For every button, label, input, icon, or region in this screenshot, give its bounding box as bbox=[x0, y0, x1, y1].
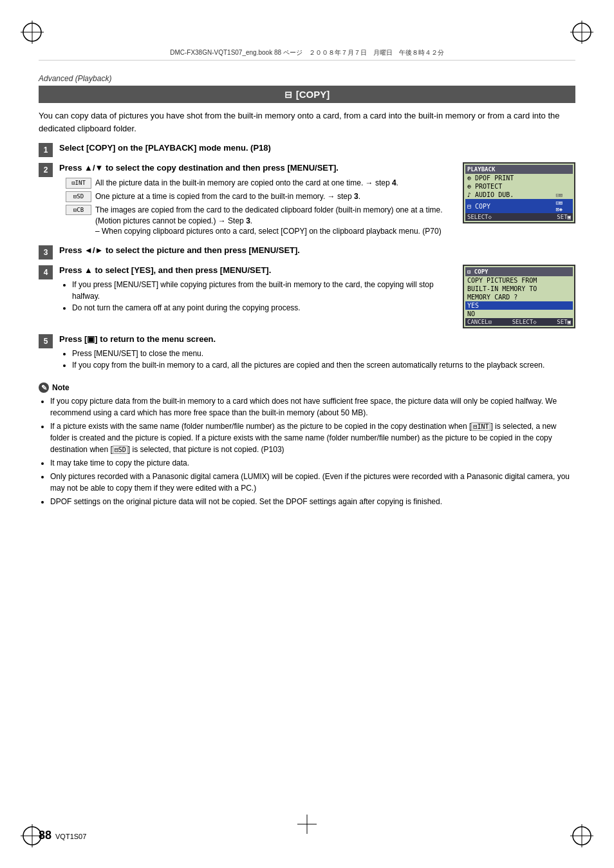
step-5-content: Press [▣] to return to the menu screen. … bbox=[59, 334, 575, 373]
sub-item-2: ⊟SD One picture at a time is copied from… bbox=[66, 191, 456, 202]
lcd-set: SET▣ bbox=[557, 214, 571, 220]
page-version: VQT1S07 bbox=[55, 833, 86, 840]
lcd-header-playback: PLAYBACK bbox=[465, 165, 573, 174]
lcd-cell-3r: ⊟⊠ bbox=[554, 191, 573, 199]
step-5-bullet-2: If you copy from the built-in memory to … bbox=[72, 359, 575, 371]
corner-mark-tl bbox=[19, 19, 45, 45]
lcd-bottom-playback: SELECT◇ SET▣ bbox=[465, 213, 573, 221]
page: DMC-FX38GN-VQT1S07_eng.book 88 ページ ２００８年… bbox=[0, 0, 614, 868]
lcd-copy-cancel: CANCEL⊟ bbox=[467, 319, 492, 325]
file-info-line: DMC-FX38GN-VQT1S07_eng.book 88 ページ ２００８年… bbox=[39, 48, 575, 61]
sub-item-1-text: All the picture data in the built-in mem… bbox=[95, 178, 398, 189]
step-4: 4 Press ▲ to select [YES], and then pres… bbox=[39, 265, 575, 328]
lcd-copy-no: NO bbox=[465, 310, 573, 318]
step-2-number: 2 bbox=[39, 163, 53, 177]
step-1: 1 Select [COPY] on the [PLAYBACK] mode m… bbox=[39, 142, 575, 157]
lcd-table: ⊕ DPOF PRINT ⊕ PROTECT ♪ AUDIO DUB. ⊟⊠ bbox=[465, 174, 573, 213]
title-icon: ⊟ bbox=[284, 90, 292, 100]
lcd-copy-header: ⊟ COPY bbox=[465, 267, 573, 276]
step-3-content: Press ◄/► to select the picture and then… bbox=[59, 245, 575, 256]
sub-item-3-text: The images are copied from the card to t… bbox=[95, 205, 456, 237]
section-title-bar: ⊟ [COPY] bbox=[39, 86, 575, 103]
corner-mark-tr bbox=[569, 19, 595, 45]
lcd-cell-dpof: ⊕ DPOF PRINT bbox=[465, 174, 554, 182]
note-item-5: DPOF settings on the original picture da… bbox=[50, 496, 575, 507]
note-items: If you copy picture data from the built-… bbox=[50, 395, 575, 507]
step-3: 3 Press ◄/► to select the picture and th… bbox=[39, 245, 575, 259]
lcd-row-1: ⊕ DPOF PRINT bbox=[465, 174, 573, 182]
step-4-lcd: ⊟ COPY COPY PICTURES FROM BUILT-IN MEMOR… bbox=[463, 265, 575, 328]
lcd-cell-audio: ♪ AUDIO DUB. bbox=[465, 191, 554, 199]
note-icon: ✎ bbox=[39, 382, 49, 393]
lcd-cell-2r bbox=[554, 182, 573, 191]
page-number: 88 bbox=[39, 829, 51, 842]
lcd-copy-cell-1: COPY PICTURES FROM bbox=[465, 276, 573, 285]
lcd-copy-yes-row: YES bbox=[465, 301, 573, 310]
lcd-row-2: ⊕ PROTECT bbox=[465, 182, 573, 191]
step-4-number: 4 bbox=[39, 265, 53, 279]
note-item-1: If you copy picture data from the built-… bbox=[50, 395, 575, 419]
lcd-copy-select: SELECT◇ bbox=[512, 319, 537, 325]
step-5: 5 Press [▣] to return to the menu screen… bbox=[39, 334, 575, 373]
section-label: Advanced (Playback) bbox=[39, 74, 575, 83]
lcd-copy-no-row: NO bbox=[465, 310, 573, 318]
step-4-bullet-2: Do not turn the camera off at any point … bbox=[72, 302, 456, 314]
lcd-cell-copy: ⊟ COPY bbox=[465, 199, 554, 213]
lcd-playback: PLAYBACK ⊕ DPOF PRINT ⊕ PROTECT ♪ AUDIO … bbox=[463, 162, 575, 223]
sub-icon-cb: ⊟CB bbox=[66, 205, 91, 216]
step-2: 2 Press ▲/▼ to select the copy destinati… bbox=[39, 162, 575, 240]
lcd-row-4-selected: ⊟ COPY ⊟⊠⊠◈ bbox=[465, 199, 573, 213]
step-4-bullets: If you press [MENU/SET] while copying pi… bbox=[72, 279, 456, 314]
note-item-3: It may take time to copy the picture dat… bbox=[50, 457, 575, 469]
lcd-cell-4r: ⊟⊠⊠◈ bbox=[554, 199, 573, 213]
step-5-title: Press [▣] to return to the menu screen. bbox=[59, 334, 575, 345]
lcd-copy-cell-2: BUILT-IN MEMORY TO bbox=[465, 285, 573, 293]
lcd-copy: ⊟ COPY COPY PICTURES FROM BUILT-IN MEMOR… bbox=[463, 265, 575, 328]
sub-item-3: ⊟CB The images are copied from the card … bbox=[66, 205, 456, 237]
lcd-cell-1r bbox=[554, 174, 573, 182]
step-5-bullet-1: Press [MENU/SET] to close the menu. bbox=[72, 348, 575, 359]
lcd-copy-yes: YES bbox=[465, 301, 573, 310]
lcd-cell-protect: ⊕ PROTECT bbox=[465, 182, 554, 191]
lcd-copy-row-1: COPY PICTURES FROM bbox=[465, 276, 573, 285]
lcd-copy-bottom: CANCEL⊟ SELECT◇ SET▣ bbox=[465, 318, 573, 326]
step-4-bullet-1: If you press [MENU/SET] while copying pi… bbox=[72, 279, 456, 302]
sub-icon-int: ⊟INT bbox=[66, 178, 91, 189]
step-5-number: 5 bbox=[39, 334, 53, 348]
note-header: ✎ Note bbox=[39, 382, 575, 393]
step-2-lcd: PLAYBACK ⊕ DPOF PRINT ⊕ PROTECT ♪ AUDIO … bbox=[463, 162, 575, 223]
step-4-content: Press ▲ to select [YES], and then press … bbox=[59, 265, 456, 316]
step-1-number: 1 bbox=[39, 143, 53, 157]
lcd-copy-cell-3: MEMORY CARD ? bbox=[465, 293, 573, 301]
sub-icon-sd: ⊟SD bbox=[66, 191, 91, 202]
note-item-2: If a picture exists with the same name (… bbox=[50, 420, 575, 455]
step-1-title: Select [COPY] on the [PLAYBACK] mode men… bbox=[59, 142, 575, 154]
step-3-title: Press ◄/► to select the picture and then… bbox=[59, 245, 575, 256]
corner-mark-br bbox=[569, 823, 595, 849]
lcd-copy-row-2: BUILT-IN MEMORY TO bbox=[465, 285, 573, 293]
main-content: Advanced (Playback) ⊟ [COPY] You can cop… bbox=[39, 74, 575, 816]
step-3-number: 3 bbox=[39, 245, 53, 259]
lcd-copy-set: SET▣ bbox=[557, 319, 571, 325]
lcd-row-3: ♪ AUDIO DUB. ⊟⊠ bbox=[465, 191, 573, 199]
note-label: Note bbox=[52, 383, 70, 392]
sub-item-2-text: One picture at a time is copied from the… bbox=[95, 191, 360, 202]
step-2-sub-items: ⊟INT All the picture data in the built-i… bbox=[66, 178, 456, 237]
intro-text: You can copy data of pictures you have s… bbox=[39, 109, 575, 135]
note-section: ✎ Note If you copy picture data from the… bbox=[39, 382, 575, 507]
bottom-crosshair bbox=[297, 815, 317, 836]
section-title: [COPY] bbox=[296, 89, 330, 100]
step-2-content: Press ▲/▼ to select the copy destination… bbox=[59, 162, 456, 240]
lcd-copy-table: COPY PICTURES FROM BUILT-IN MEMORY TO ME… bbox=[465, 276, 573, 318]
step-4-title: Press ▲ to select [YES], and then press … bbox=[59, 265, 456, 276]
lcd-copy-row-3: MEMORY CARD ? bbox=[465, 293, 573, 301]
note-item-4: Only pictures recorded with a Panasonic … bbox=[50, 471, 575, 494]
sub-item-1: ⊟INT All the picture data in the built-i… bbox=[66, 178, 456, 189]
step-1-content: Select [COPY] on the [PLAYBACK] mode men… bbox=[59, 142, 575, 154]
lcd-select: SELECT◇ bbox=[467, 214, 492, 220]
step-5-bullets: Press [MENU/SET] to close the menu. If y… bbox=[72, 348, 575, 371]
page-number-area: 88 VQT1S07 bbox=[39, 829, 86, 842]
file-info-text: DMC-FX38GN-VQT1S07_eng.book 88 ページ ２００８年… bbox=[170, 48, 444, 57]
step-2-title: Press ▲/▼ to select the copy destination… bbox=[59, 162, 456, 174]
